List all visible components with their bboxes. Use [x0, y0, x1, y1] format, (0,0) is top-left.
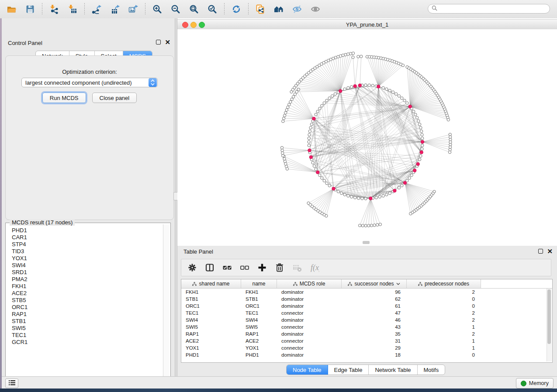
zoom-selected-icon[interactable]: [205, 2, 220, 17]
save-icon[interactable]: [23, 2, 38, 17]
network-node[interactable]: [349, 52, 352, 55]
network-node[interactable]: [378, 196, 381, 198]
network-node[interactable]: [370, 224, 373, 227]
column-header-shared-name[interactable]: shared name: [181, 279, 241, 288]
table-row[interactable]: RAP1RAP1dominator352: [181, 330, 552, 337]
memory-button[interactable]: Memory: [516, 378, 554, 389]
network-node[interactable]: [321, 177, 323, 179]
network-node[interactable]: [315, 168, 317, 170]
network-node[interactable]: [418, 123, 421, 126]
network-hscroll-thumb[interactable]: [363, 241, 370, 244]
network-node[interactable]: [308, 137, 310, 140]
network-node[interactable]: [415, 116, 418, 119]
table-row[interactable]: TEC1TEC1connector472: [181, 309, 552, 316]
network-node[interactable]: [292, 95, 294, 98]
network-node[interactable]: [325, 182, 328, 185]
network-node[interactable]: [343, 193, 346, 196]
deselect-all-icon[interactable]: [239, 262, 250, 273]
float-panel-icon[interactable]: [156, 40, 161, 45]
mcds-result-item[interactable]: FKH1: [7, 283, 161, 290]
network-node[interactable]: [414, 113, 417, 116]
network-node[interactable]: [391, 91, 394, 93]
mcds-result-item[interactable]: TEC1: [7, 332, 161, 339]
network-node[interactable]: [347, 86, 349, 89]
network-node[interactable]: [401, 184, 403, 187]
close-panel-icon[interactable]: ✕: [165, 40, 170, 45]
network-node[interactable]: [382, 194, 384, 197]
mcds-hub-node[interactable]: [416, 162, 420, 166]
network-node[interactable]: [309, 126, 312, 129]
network-node[interactable]: [281, 154, 284, 157]
network-node[interactable]: [406, 102, 408, 104]
network-node[interactable]: [328, 184, 331, 187]
network-node[interactable]: [350, 86, 353, 88]
network-node[interactable]: [308, 134, 311, 136]
import-table-icon[interactable]: [65, 2, 80, 17]
node-table[interactable]: shared namenameMCDS rolesuccessor nodesp…: [181, 279, 553, 363]
network-node[interactable]: [419, 126, 422, 129]
hide-graphics-icon[interactable]: [290, 2, 304, 17]
network-node[interactable]: [398, 186, 400, 189]
function-builder-icon[interactable]: f(x): [309, 262, 320, 273]
network-node[interactable]: [371, 84, 374, 87]
mcds-result-item[interactable]: RAP1: [7, 311, 161, 318]
search-input[interactable]: [439, 5, 550, 12]
show-panels-button[interactable]: [5, 378, 18, 388]
network-node[interactable]: [294, 93, 296, 96]
network-node[interactable]: [287, 106, 289, 108]
mcds-result-item[interactable]: STB5: [7, 297, 161, 304]
import-network-icon[interactable]: [47, 2, 62, 17]
mcds-result-item[interactable]: SWI4: [7, 262, 161, 269]
network-node[interactable]: [328, 97, 331, 100]
close-table-panel-icon[interactable]: ✕: [547, 249, 553, 254]
mcds-result-item[interactable]: SRD1: [7, 269, 161, 276]
mcds-result-item[interactable]: TID3: [7, 248, 161, 255]
network-node[interactable]: [281, 151, 284, 154]
mcds-hub-node[interactable]: [309, 155, 313, 159]
network-node[interactable]: [308, 130, 311, 132]
network-node[interactable]: [284, 111, 287, 114]
network-node[interactable]: [307, 202, 310, 204]
table-row[interactable]: ACE2ACE2connector311: [181, 337, 552, 344]
open-icon[interactable]: [4, 2, 19, 17]
network-node[interactable]: [337, 190, 339, 193]
table-row[interactable]: YOX1YOX1connector291: [181, 344, 552, 351]
mcds-result-item[interactable]: STP4: [7, 241, 161, 248]
network-node[interactable]: [388, 192, 391, 194]
tab-edge-table[interactable]: Edge Table: [328, 365, 369, 375]
network-node[interactable]: [398, 95, 400, 97]
criterion-select[interactable]: largest connected component (undirected): [21, 78, 158, 87]
columns-icon[interactable]: [204, 262, 215, 273]
network-node[interactable]: [285, 109, 288, 111]
mcds-result-list[interactable]: PHD1CAR1STP4TID3YOX1SWI4SRD1PMA2FKH1ACE2…: [7, 227, 161, 381]
mcds-result-item[interactable]: ORC1: [7, 304, 161, 311]
network-node[interactable]: [357, 55, 360, 58]
network-node[interactable]: [408, 177, 411, 179]
mcds-hub-node[interactable]: [403, 181, 407, 185]
network-node[interactable]: [284, 160, 286, 162]
network-node[interactable]: [385, 193, 388, 196]
mcds-result-item[interactable]: PMA2: [7, 276, 161, 283]
network-node[interactable]: [334, 93, 336, 95]
tab-motifs[interactable]: Motifs: [418, 365, 445, 375]
network-node[interactable]: [281, 149, 284, 151]
network-node[interactable]: [403, 99, 406, 102]
network-node[interactable]: [375, 196, 377, 199]
table-row[interactable]: PHD1PHD1dominator180: [181, 351, 552, 358]
network-node[interactable]: [364, 84, 367, 86]
network-node[interactable]: [376, 224, 379, 226]
network-node[interactable]: [283, 114, 286, 117]
mcds-hub-node[interactable]: [312, 117, 316, 120]
network-node[interactable]: [323, 179, 325, 182]
mcds-result-item[interactable]: SWI5: [7, 325, 161, 332]
mcds-result-item[interactable]: ACE2: [7, 290, 161, 297]
float-table-panel-icon[interactable]: [538, 249, 543, 254]
network-node[interactable]: [310, 123, 313, 126]
column-header-successor-nodes[interactable]: successor nodes: [342, 279, 407, 288]
mcds-hub-node[interactable]: [369, 197, 373, 200]
table-row[interactable]: SWI4SWI4dominator462: [181, 316, 552, 323]
add-row-icon[interactable]: [256, 262, 268, 273]
network-node[interactable]: [358, 224, 361, 227]
network-node[interactable]: [409, 212, 412, 215]
network-node[interactable]: [282, 120, 284, 123]
